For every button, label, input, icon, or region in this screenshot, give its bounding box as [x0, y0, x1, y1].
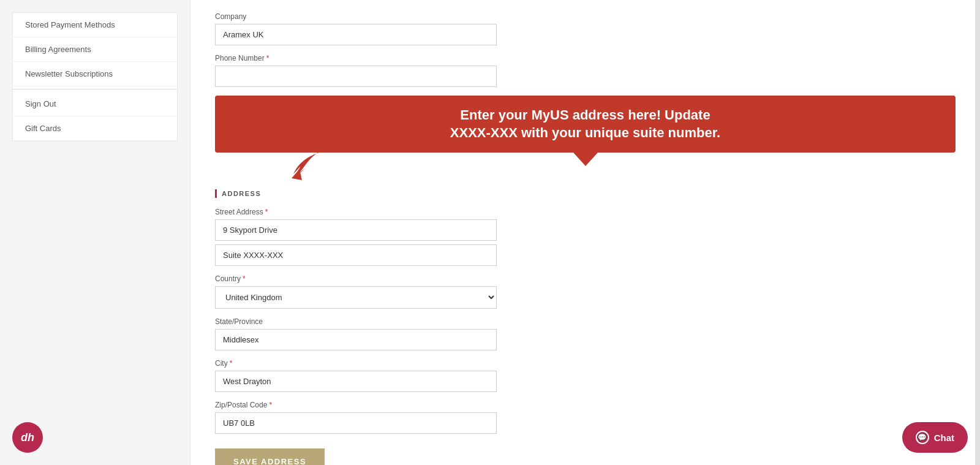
state-input[interactable] [215, 329, 497, 350]
phone-field-group: Phone Number* [215, 54, 956, 87]
sidebar-item-newsletter[interactable]: Newsletter Subscriptions [13, 62, 177, 86]
phone-required-marker: * [266, 54, 270, 62]
street-address2-input[interactable] [215, 244, 497, 266]
company-field-group: Company [215, 12, 956, 45]
sidebar-nav: Stored Payment Methods Billing Agreement… [12, 12, 178, 142]
street-address-input[interactable] [215, 219, 497, 241]
street-address-label: Street Address* [215, 208, 956, 216]
country-select[interactable]: United Kingdom United States Australia C… [215, 286, 497, 309]
country-label: Country* [215, 274, 956, 283]
sidebar-divider [13, 89, 177, 89]
city-field-group: City* [215, 359, 956, 392]
scrollbar-track[interactable] [975, 0, 980, 465]
dh-logo[interactable]: dh [12, 422, 43, 453]
banner-line1: Enter your MyUS address here! Update [460, 107, 710, 123]
phone-label: Phone Number* [215, 54, 956, 62]
chat-label: Chat [934, 433, 954, 443]
address-section: ADDRESS Street Address* Country* United … [215, 189, 956, 465]
red-arrow [288, 145, 337, 183]
main-content: Company Phone Number* Enter your MyUS ad… [190, 0, 980, 465]
street-required-marker: * [265, 208, 268, 216]
zip-label: Zip/Postal Code* [215, 401, 956, 409]
country-required-marker: * [243, 274, 246, 283]
street-address-field-group: Street Address* [215, 208, 956, 266]
chat-button[interactable]: 💬 Chat [902, 422, 968, 453]
address-section-header: ADDRESS [215, 189, 956, 198]
save-address-button[interactable]: SAVE ADDRESS [215, 448, 325, 465]
zip-required-marker: * [269, 401, 272, 409]
address-section-label: ADDRESS [222, 190, 261, 197]
sidebar-item-sign-out[interactable]: Sign Out [13, 92, 177, 116]
sidebar-item-stored-payment[interactable]: Stored Payment Methods [13, 13, 177, 37]
state-field-group: State/Province [215, 317, 956, 350]
country-field-group: Country* United Kingdom United States Au… [215, 274, 956, 309]
sidebar-item-gift-cards[interactable]: Gift Cards [13, 116, 177, 141]
banner-line2: XXXX-XXX with your unique suite number. [450, 125, 720, 140]
chat-icon: 💬 [916, 431, 929, 444]
city-required-marker: * [230, 359, 233, 368]
zip-input[interactable] [215, 412, 497, 434]
sidebar: Stored Payment Methods Billing Agreement… [0, 0, 190, 465]
state-label: State/Province [215, 317, 956, 326]
company-label: Company [215, 12, 956, 21]
city-label: City* [215, 359, 956, 368]
phone-input[interactable] [215, 66, 497, 87]
zip-field-group: Zip/Postal Code* [215, 401, 956, 434]
section-header-bar [215, 189, 217, 198]
sidebar-item-billing-agreements[interactable]: Billing Agreements [13, 37, 177, 62]
city-input[interactable] [215, 371, 497, 392]
myus-banner-wrapper: Enter your MyUS address here! Update XXX… [215, 96, 956, 153]
company-input[interactable] [215, 24, 497, 45]
